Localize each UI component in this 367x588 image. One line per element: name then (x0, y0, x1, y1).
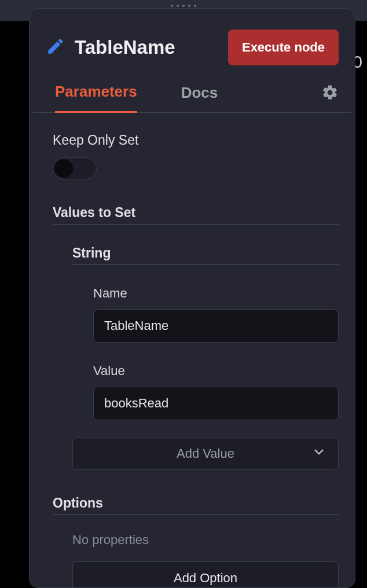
panel-body: Keep Only Set Values to Set String Name … (30, 113, 355, 588)
gear-icon (321, 93, 339, 103)
options-heading: Options (53, 495, 339, 511)
string-heading: String (72, 245, 339, 261)
toggle-knob (54, 159, 73, 178)
settings-button[interactable] (321, 84, 339, 104)
value-label: Value (93, 363, 339, 378)
divider (72, 264, 339, 265)
divider (53, 514, 339, 515)
node-title: TableName (75, 36, 175, 58)
execute-node-button[interactable]: Execute node (228, 30, 339, 65)
keep-only-set-toggle[interactable] (53, 157, 97, 179)
divider (53, 224, 339, 225)
panel-title-wrap: TableName (46, 36, 175, 58)
keep-only-set-label: Keep Only Set (53, 133, 339, 148)
value-input[interactable] (93, 387, 339, 420)
no-properties-label: No properties (72, 532, 339, 547)
add-value-label: Add Value (177, 446, 234, 461)
add-value-wrap: Add Value (72, 438, 339, 470)
tab-docs[interactable]: Docs (181, 84, 218, 112)
name-input[interactable] (93, 309, 339, 343)
name-label: Name (93, 286, 339, 301)
drag-dots-icon (171, 5, 196, 7)
value-field-group: Value (93, 363, 339, 420)
panel-header: TableName Execute node (30, 9, 355, 65)
values-to-set-heading: Values to Set (53, 205, 339, 220)
pencil-icon (46, 36, 65, 58)
tab-row: Parameters Docs (30, 65, 355, 113)
add-option-button[interactable]: Add Option (72, 561, 339, 588)
node-panel: TableName Execute node Parameters Docs K… (29, 8, 355, 588)
name-field-group: Name (93, 286, 339, 343)
add-option-wrap: Add Option (72, 561, 339, 588)
tab-parameters[interactable]: Parameters (55, 83, 137, 113)
add-value-button[interactable]: Add Value (72, 438, 339, 470)
chevron-down-icon (311, 444, 326, 463)
